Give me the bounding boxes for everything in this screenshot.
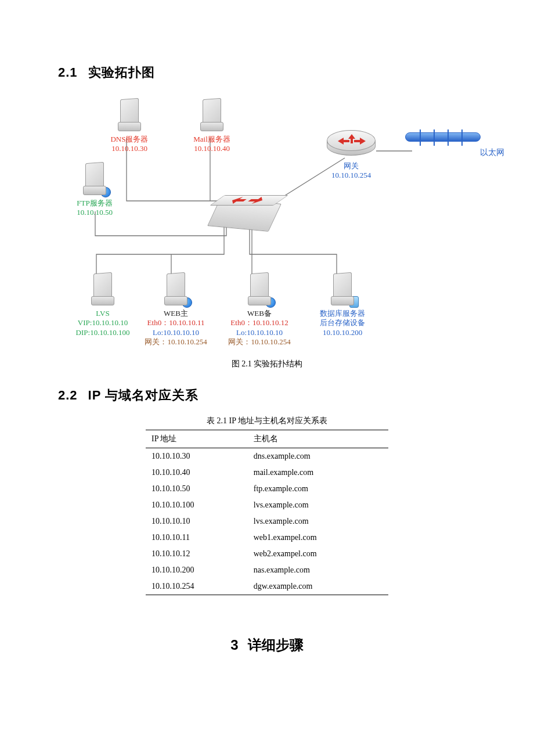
host-cell: mail.example.com <box>248 465 388 481</box>
table-row: 10.10.10.11web1.exampel.com <box>146 530 388 546</box>
table-row: 10.10.10.50ftp.example.com <box>146 481 388 497</box>
db-name1: 数据库服务器 <box>308 309 377 318</box>
node-web1: WEB主 Eth0：10.10.10.11 Lo:10.10.10.10 网关：… <box>132 273 219 347</box>
lvs-dip: DIP:10.10.10.100 <box>65 328 140 337</box>
table-row: 10.10.10.12web2.exampel.com <box>146 546 388 562</box>
section-2-1-number: 2.1 <box>58 65 78 80</box>
host-cell: dgw.example.com <box>248 578 388 595</box>
ip-cell: 10.10.10.10 <box>146 513 248 530</box>
server-icon <box>329 273 356 308</box>
web2-name: WEB备 <box>216 309 303 318</box>
node-dns-server: DNS服务器 10.10.10.30 <box>103 99 156 154</box>
web1-lo: Lo:10.10.10.10 <box>132 328 219 337</box>
server-icon <box>89 273 117 308</box>
table-header-ip: IP 地址 <box>146 430 248 448</box>
table-row: 10.10.10.10lvs.example.com <box>146 513 388 530</box>
web2-gw: 网关：10.10.10.254 <box>216 337 303 347</box>
table-row: 10.10.10.254dgw.example.com <box>146 578 388 595</box>
host-cell: lvs.example.com <box>248 497 388 513</box>
table-row: 10.10.10.200nas.example.com <box>146 562 388 578</box>
ip-cell: 10.10.10.50 <box>146 481 248 497</box>
node-db: 数据库服务器 后台存储设备 10.10.10.200 <box>308 273 377 337</box>
host-cell: ftp.example.com <box>248 481 388 497</box>
router-icon <box>327 130 376 159</box>
section-2-2-number: 2.2 <box>58 388 78 402</box>
ip-cell: 10.10.10.100 <box>146 497 248 513</box>
host-cell: web2.exampel.com <box>248 546 388 562</box>
node-lvs: LVS VIP:10.10.10.10 DIP:10.10.10.100 <box>65 273 140 337</box>
db-ip: 10.10.10.200 <box>308 328 377 337</box>
table-header-host: 主机名 <box>248 430 388 448</box>
ethernet-label: 以太网 <box>475 147 510 158</box>
lvs-name: LVS <box>65 309 140 318</box>
ip-cell: 10.10.10.12 <box>146 546 248 562</box>
table-title: 表 2.1 IP 地址与主机名对应关系表 <box>58 416 476 426</box>
chapter-3-heading: 3详细步骤 <box>58 636 476 654</box>
node-switch <box>207 195 282 223</box>
server-icon <box>116 99 143 134</box>
ip-cell: 10.10.10.254 <box>146 578 248 595</box>
host-cell: web1.exampel.com <box>248 530 388 546</box>
web1-eth0: Eth0：10.10.10.11 <box>132 318 219 327</box>
table-row: 10.10.10.40mail.example.com <box>146 465 388 481</box>
node-web2: WEB备 Eth0：10.10.10.12 Lo:10.10.10.10 网关：… <box>216 273 303 347</box>
ip-cell: 10.10.10.11 <box>146 530 248 546</box>
web2-lo: Lo:10.10.10.10 <box>216 328 303 337</box>
node-router: 网关 10.10.10.254 <box>319 130 383 181</box>
switch-icon <box>212 195 276 223</box>
ip-cell: 10.10.10.200 <box>146 562 248 578</box>
server-icon <box>81 163 109 197</box>
web1-name: WEB主 <box>132 309 219 318</box>
host-cell: lvs.example.com <box>248 513 388 530</box>
ip-hostname-table: IP 地址 主机名 10.10.10.30dns.example.com10.1… <box>146 430 388 595</box>
chapter-3-title: 详细步骤 <box>248 637 304 653</box>
gateway-label: 网关 <box>319 161 383 171</box>
topology-diagram: DNS服务器 10.10.10.30 Mail服务器 10.10.10.40 F… <box>58 93 488 354</box>
svg-marker-3 <box>354 138 366 145</box>
lvs-vip: VIP:10.10.10.10 <box>65 318 140 327</box>
ftp-ip: 10.10.10.50 <box>68 208 121 217</box>
server-icon <box>198 99 226 134</box>
chapter-3-number: 3 <box>230 637 238 653</box>
server-icon <box>162 273 190 308</box>
svg-marker-2 <box>338 138 349 145</box>
web1-gw: 网关：10.10.10.254 <box>132 337 219 347</box>
ethernet-bus-icon <box>405 132 481 142</box>
table-row: 10.10.10.30dns.example.com <box>146 448 388 465</box>
table-row: 10.10.10.100lvs.example.com <box>146 497 388 513</box>
ip-cell: 10.10.10.40 <box>146 465 248 481</box>
server-icon <box>246 273 273 308</box>
node-mail-server: Mail服务器 10.10.10.40 <box>186 99 238 154</box>
section-2-1-heading: 2.1实验拓扑图 <box>58 64 476 81</box>
ftp-label: FTP服务器 <box>68 199 121 208</box>
ip-cell: 10.10.10.30 <box>146 448 248 465</box>
gateway-ip: 10.10.10.254 <box>319 171 383 180</box>
mail-ip: 10.10.10.40 <box>186 144 238 153</box>
mail-label: Mail服务器 <box>186 135 238 144</box>
db-name2: 后台存储设备 <box>308 318 377 327</box>
node-ftp-server: FTP服务器 10.10.10.50 <box>68 163 121 218</box>
section-2-2-heading: 2.2IP 与域名对应关系 <box>58 387 476 404</box>
host-cell: nas.example.com <box>248 562 388 578</box>
section-2-2-title: IP 与域名对应关系 <box>88 388 199 402</box>
section-2-1-title: 实验拓扑图 <box>88 65 155 80</box>
host-cell: dns.example.com <box>248 448 388 465</box>
web2-eth0: Eth0：10.10.10.12 <box>216 318 303 327</box>
figure-caption: 图 2.1 实验拓扑结构 <box>58 359 476 369</box>
dns-label: DNS服务器 <box>103 135 156 144</box>
dns-ip: 10.10.10.30 <box>103 144 156 153</box>
